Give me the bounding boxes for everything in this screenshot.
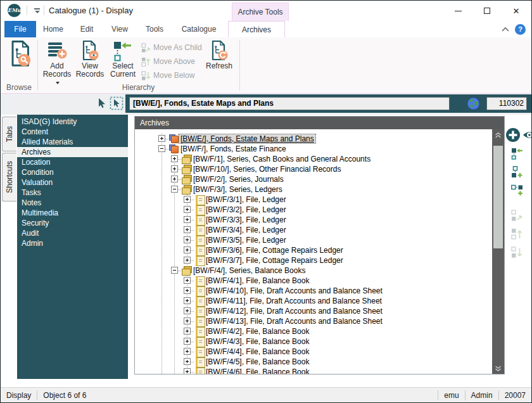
tree-row[interactable]: [BW/F/4/], Series, Balance Books: [135, 265, 504, 276]
sidebar-item-isad-g-identity[interactable]: ISAD(G) Identity: [17, 117, 128, 127]
vertical-tab-shortcuts[interactable]: Shortcuts: [2, 153, 16, 202]
tree-row[interactable]: [BW/F/4/1], File, Balance Book: [135, 276, 504, 286]
sidebar-item-valuation[interactable]: Valuation: [17, 177, 128, 188]
tree-row[interactable]: [BW/F/3/1], File, Ledger: [135, 195, 504, 205]
tree-row[interactable]: [BW/F/2/], Series, Journals: [135, 174, 504, 184]
view-record-eye-icon[interactable]: [522, 130, 532, 142]
tree-row-label[interactable]: [BW/F/3/6], File, Cottage Repairs Ledger: [205, 246, 345, 255]
tree-row[interactable]: [BW/F/4/11], File, Draft Accounts and Ba…: [135, 296, 504, 306]
expand-icon[interactable]: [184, 358, 191, 365]
tab-archives[interactable]: Archives: [228, 21, 285, 37]
vertical-tab-tabs[interactable]: Tabs: [2, 117, 16, 151]
minimize-button[interactable]: [444, 1, 472, 21]
customize-quick-access-icon[interactable]: [34, 8, 41, 13]
refresh-button[interactable]: Refresh: [203, 39, 235, 82]
sidebar-item-multimedia[interactable]: Multimedia: [17, 208, 128, 218]
close-button[interactable]: ✕: [502, 1, 530, 21]
expand-icon[interactable]: [184, 257, 191, 264]
tab-tools[interactable]: Tools: [136, 21, 173, 37]
tree-row-label[interactable]: [BW/F/3/1], File, Ledger: [205, 195, 288, 204]
expand-icon[interactable]: [184, 216, 191, 223]
tree-row[interactable]: [BW/F/4/10], File, Draft Accounts and Ba…: [135, 286, 504, 296]
collapse-ribbon-chevron-icon[interactable]: [501, 26, 510, 32]
tree-row[interactable]: [BW/F/3/2], File, Ledger: [135, 205, 504, 215]
tree-row[interactable]: [BW/F/], Fonds, Estate Finance: [135, 144, 504, 154]
tree-row[interactable]: [BW/E/], Fonds, Estate Maps and Plans: [135, 134, 504, 144]
tree-row[interactable]: [BW/F/3/], Series, Ledgers: [135, 184, 504, 195]
tree-row-label[interactable]: [BW/F/4/2], File, Balance Book: [205, 327, 310, 336]
sidebar-item-allied-materials[interactable]: Allied Materials: [17, 137, 128, 147]
tree-row-label[interactable]: [BW/F/4/11], File, Draft Accounts and Ba…: [205, 297, 383, 305]
tree-row[interactable]: [BW/F/3/3], File, Ledger: [135, 215, 504, 225]
collapse-icon[interactable]: [171, 186, 178, 193]
tree-row[interactable]: [BW/F/4/6], File, Balance Book: [135, 367, 504, 374]
tree-row-label[interactable]: [BW/F/3/], Series, Ledgers: [192, 185, 284, 194]
sidebar-item-condition[interactable]: Condition: [17, 167, 128, 177]
tree-row[interactable]: [BW/F/3/6], File, Cottage Repairs Ledger: [135, 245, 504, 255]
tree-row-label[interactable]: [BW/F/3/3], File, Ledger: [205, 215, 288, 224]
sidebar-item-audit[interactable]: Audit: [17, 228, 128, 238]
sidebar-item-content[interactable]: Content: [17, 127, 128, 137]
tree-row[interactable]: [BW/F/1], Series, Cash Books and General…: [135, 154, 504, 164]
collapse-icon[interactable]: [171, 267, 178, 274]
tree-row[interactable]: [BW/F/3/5], File, Ledger: [135, 235, 504, 245]
expand-icon[interactable]: [184, 226, 191, 233]
tree-row-label[interactable]: [BW/F/2/], Series, Journals: [192, 175, 285, 184]
tree-row[interactable]: [BW/F/4/5], File, Balance Book: [135, 357, 504, 367]
sidebar-item-archives[interactable]: Archives: [17, 147, 128, 157]
expand-icon[interactable]: [171, 165, 178, 172]
browse-records-button[interactable]: [4, 39, 35, 82]
tree-row[interactable]: [BW/F/3/7], File, Cottage Repairs Ledger: [135, 255, 504, 265]
tree-row[interactable]: [BW/F/4/13], File, Draft Accounts and Ba…: [135, 316, 504, 326]
expand-icon[interactable]: [184, 307, 191, 314]
sidebar-item-location[interactable]: Location: [17, 157, 128, 167]
tab-file[interactable]: File: [4, 21, 36, 37]
tree-row-label[interactable]: [BW/F/4/13], File, Draft Accounts and Ba…: [205, 317, 384, 326]
expand-icon[interactable]: [184, 206, 191, 213]
tree-row[interactable]: [BW/F/3/4], File, Ledger: [135, 225, 504, 235]
view-records-button[interactable]: View Records: [74, 39, 106, 82]
maximize-button[interactable]: [473, 1, 501, 21]
tree-row-label[interactable]: [BW/E/], Fonds, Estate Maps and Plans: [179, 134, 315, 143]
add-sibling-icon[interactable]: [511, 184, 523, 198]
expand-icon[interactable]: [184, 338, 191, 345]
expand-icon[interactable]: [184, 277, 191, 284]
add-child-icon[interactable]: [511, 166, 523, 180]
tree-row[interactable]: [BW/F/4/3], File, Balance Book: [135, 336, 504, 347]
expand-icon[interactable]: [184, 368, 191, 374]
tree-row[interactable]: [BW/F/4/2], File, Balance Book: [135, 326, 504, 336]
select-current-icon[interactable]: [511, 148, 523, 162]
tab-home[interactable]: Home: [36, 21, 70, 37]
collapse-icon[interactable]: [158, 145, 165, 152]
add-record-circle-icon[interactable]: [505, 127, 521, 144]
tree-row-label[interactable]: [BW/F/4/4], File, Balance Book: [205, 347, 310, 356]
tree-row[interactable]: [BW/F/4/4], File, Balance Book: [135, 347, 504, 357]
tree-row-label[interactable]: [BW/F/3/4], File, Ledger: [205, 226, 288, 234]
tree-row[interactable]: [BW/F/4/12], File, Draft Accounts and Ba…: [135, 306, 504, 316]
expand-icon[interactable]: [158, 135, 165, 142]
tree-row-label[interactable]: [BW/F/3/7], File, Cottage Repairs Ledger: [205, 256, 345, 265]
tab-edit[interactable]: Edit: [70, 21, 103, 37]
expand-icon[interactable]: [184, 297, 191, 304]
tree-row-label[interactable]: [BW/F/], Fonds, Estate Finance: [179, 144, 288, 153]
tree-row-label[interactable]: [BW/F/4/6], File, Balance Book: [205, 368, 310, 374]
expand-icon[interactable]: [171, 176, 178, 182]
select-current-button[interactable]: Select Current: [107, 39, 139, 82]
tab-view[interactable]: View: [103, 21, 136, 37]
sidebar-item-security[interactable]: Security: [17, 218, 128, 228]
tab-catalogue[interactable]: Catalogue: [173, 21, 225, 37]
tree-row-label[interactable]: [BW/F/4/1], File, Balance Book: [205, 276, 310, 285]
tree-row[interactable]: [BW/F/10/], Series, Other Financial Reco…: [135, 164, 504, 174]
tree-row-label[interactable]: [BW/F/1], Series, Cash Books and General…: [192, 155, 372, 163]
help-icon[interactable]: ?: [515, 24, 526, 35]
sidebar-item-admin[interactable]: Admin: [17, 238, 128, 248]
select-pointer-icon[interactable]: [96, 98, 107, 111]
expand-icon[interactable]: [184, 246, 191, 253]
sidebar-item-notes[interactable]: Notes: [17, 198, 128, 208]
expand-icon[interactable]: [184, 287, 191, 294]
tree-row-label[interactable]: [BW/F/4/10], File, Draft Accounts and Ba…: [205, 286, 384, 295]
expand-icon[interactable]: [184, 236, 191, 243]
tree-row-label[interactable]: [BW/F/4/], Series, Balance Books: [192, 266, 307, 275]
add-records-button[interactable]: Add Records: [41, 39, 73, 82]
expand-icon[interactable]: [184, 317, 191, 324]
